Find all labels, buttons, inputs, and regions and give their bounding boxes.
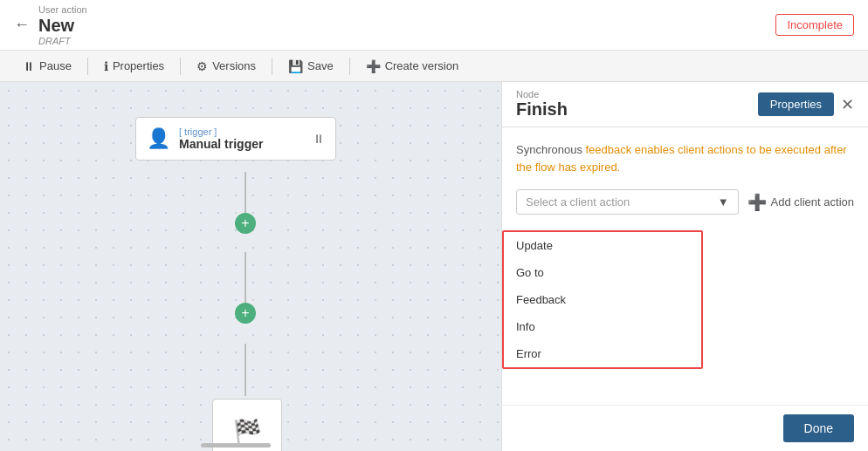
properties-label: Properties [113,59,164,72]
select-placeholder: Select a client action [526,195,630,208]
page-title: New [38,15,87,36]
panel-header-actions: Properties ✕ [758,92,854,116]
flow-canvas[interactable]: 👤 [ trigger ] Manual trigger ⏸ + + 🏁 [0,82,501,451]
create-version-icon: ➕ [366,59,381,73]
connector-line-1 [245,172,246,215]
client-action-dropdown-menu: Update Go to Feedback Info Error [502,230,703,369]
finish-icon: 🏁 [233,418,261,445]
pause-button[interactable]: ⏸ Pause [14,56,80,77]
versions-label: Versions [212,59,256,72]
dropdown-arrow-icon: ▼ [718,195,729,208]
toolbar: ⏸ Pause ℹ Properties ⚙ Versions 💾 Save ➕… [0,51,868,82]
trigger-pause-icon[interactable]: ⏸ [313,132,325,146]
add-client-action-icon: ➕ [747,193,767,212]
pause-label: Pause [39,59,72,72]
properties-icon: ℹ [104,59,108,73]
create-version-label: Create version [385,59,459,72]
divider2 [180,58,181,75]
panel-properties-button[interactable]: Properties [758,92,834,116]
done-area: Done [502,405,868,451]
dropdown-item-error[interactable]: Error [504,340,701,367]
status-area: Incomplete [775,14,854,36]
back-button[interactable]: ← [14,16,30,34]
client-action-select[interactable]: Select a client action ▼ [516,189,739,215]
save-icon: 💾 [288,59,303,73]
save-button[interactable]: 💾 Save [279,56,342,77]
panel-close-button[interactable]: ✕ [841,95,854,114]
draft-label: DRAFT [38,36,87,46]
canvas-scrollbar[interactable] [201,443,271,448]
main-area: 👤 [ trigger ] Manual trigger ⏸ + + 🏁 Nod… [0,82,868,451]
sync-text-part1: Synchronous [516,143,586,156]
app-header: ← User action New DRAFT Incomplete [0,0,868,51]
add-node-button-2[interactable]: + [235,303,256,324]
trigger-label: [ trigger ] [179,126,304,137]
add-node-button-1[interactable]: + [235,213,256,234]
save-label: Save [307,59,334,72]
trigger-node[interactable]: 👤 [ trigger ] Manual trigger ⏸ [135,117,336,161]
versions-button[interactable]: ⚙ Versions [188,56,265,77]
panel-body: Synchronous feedback enables client acti… [502,127,868,405]
connector-line-2 [245,252,246,304]
dropdown-item-update[interactable]: Update [504,232,701,259]
properties-button[interactable]: ℹ Properties [95,56,173,77]
trigger-name: Manual trigger [179,137,304,151]
dropdown-item-goto[interactable]: Go to [504,259,701,286]
add-client-action-button[interactable]: ➕ Add client action [747,193,854,212]
add-client-action-label: Add client action [771,195,854,208]
panel-node-info: Node Finish [516,89,568,120]
node-title: Finish [516,99,568,120]
user-action-label: User action [38,4,87,15]
versions-icon: ⚙ [196,59,208,73]
create-version-button[interactable]: ➕ Create version [357,56,468,77]
trigger-text: [ trigger ] Manual trigger [179,126,304,151]
node-label: Node [516,89,568,99]
client-action-row: Select a client action ▼ ➕ Add client ac… [516,189,854,215]
panel-header: Node Finish Properties ✕ [502,82,868,127]
dropdown-item-feedback[interactable]: Feedback [504,286,701,313]
divider3 [272,58,272,75]
header-info: User action New DRAFT [38,4,87,46]
status-badge: Incomplete [775,14,854,36]
done-button[interactable]: Done [783,414,854,442]
trigger-user-icon: 👤 [147,127,170,150]
divider4 [349,58,350,75]
connector-line-3 [245,344,246,396]
divider1 [87,58,88,75]
right-panel: Node Finish Properties ✕ Synchronous fee… [501,82,868,451]
sync-description: Synchronous feedback enables client acti… [516,141,854,175]
pause-icon: ⏸ [23,59,35,73]
dropdown-item-info[interactable]: Info [504,313,701,340]
